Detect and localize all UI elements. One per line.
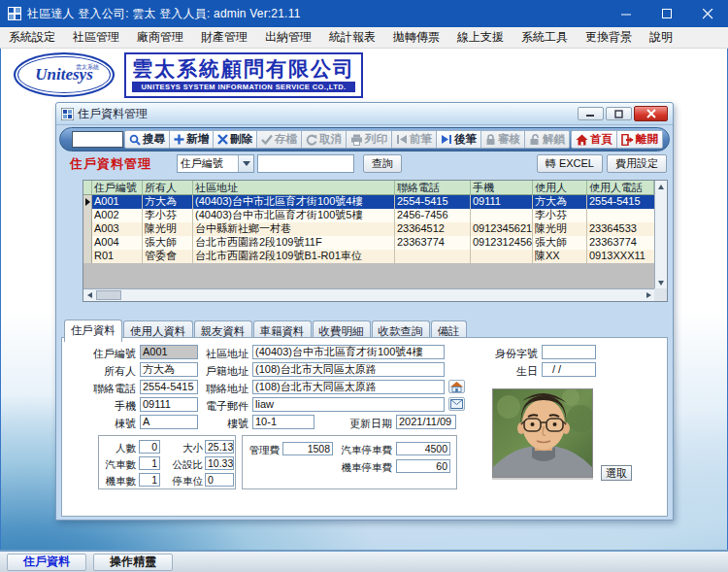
scroll-left-icon[interactable]	[83, 289, 95, 301]
building-label: 棟號	[62, 417, 136, 431]
menu-item-statistics-reports[interactable]: 統計報表	[320, 26, 384, 49]
table-row[interactable]: R01 管委會 台北市西園路2段109號B1-R01車位 陳XX 0913XXX…	[83, 250, 654, 263]
household-table-body: 住戶編號 所有人 社區地址 聯絡電話 手機 使用人 使用人電話 A001 方大為	[83, 181, 654, 288]
horizontal-scroll-thumb[interactable]	[96, 290, 121, 300]
updated-date-field[interactable]: 2021/11/09	[396, 415, 456, 429]
menu-item-community-mgmt[interactable]: 社區管理	[64, 26, 128, 49]
save-button: 存檔	[257, 130, 302, 149]
col-header-mobile[interactable]: 手機	[471, 181, 533, 195]
contact-address-field[interactable]: (108)台北市大同區太原路	[252, 380, 445, 394]
row-selector-cell[interactable]	[83, 250, 92, 263]
col-header-unit-code[interactable]: 住戶編號	[92, 181, 143, 195]
menu-item-change-background[interactable]: 更換背景	[577, 26, 641, 49]
row-selector-cell[interactable]	[83, 209, 92, 222]
subwindow-minimize-button[interactable]	[578, 107, 604, 120]
table-row[interactable]: A004 張大師 台北市西園路2段109號11F 23363774 091231…	[83, 236, 654, 250]
birthday-label: 生日	[450, 364, 538, 379]
menu-item-online-support[interactable]: 線上支援	[448, 26, 513, 49]
row-selector-cell[interactable]	[83, 222, 92, 236]
moto-parking-fee-field[interactable]: 60	[396, 459, 450, 473]
email-label: 電子郵件	[177, 399, 248, 414]
subwindow-close-button[interactable]	[634, 106, 668, 121]
minimize-button[interactable]	[606, 0, 646, 27]
copy-address-button[interactable]	[448, 380, 465, 393]
menu-item-help[interactable]: 說明	[641, 26, 681, 49]
car-count-field[interactable]: 1	[139, 456, 160, 470]
search-button[interactable]: 搜尋	[124, 130, 170, 149]
close-button[interactable]	[687, 0, 728, 27]
company-name-box: 雲太系統顧問有限公司 UNITESYS SYSTEM INFORMATION S…	[124, 52, 363, 98]
printer-icon	[350, 134, 363, 146]
table-header-row: 住戶編號 所有人 社區地址 聯絡電話 手機 使用人 使用人電話	[83, 181, 654, 195]
floor-field[interactable]: 10-1	[252, 415, 314, 429]
subwindow-restore-button[interactable]	[606, 107, 632, 120]
taskbar-item-operation-wizard[interactable]: 操作精靈	[93, 554, 173, 571]
id-number-field[interactable]	[542, 345, 596, 359]
moto-count-field[interactable]: 1	[139, 473, 160, 487]
updated-date-label: 更新日期	[334, 417, 392, 431]
owner-label: 所有人	[62, 364, 136, 379]
scrollbar-corner	[654, 288, 667, 301]
col-header-phone[interactable]: 聯絡電話	[395, 181, 471, 195]
export-excel-button[interactable]: 轉 EXCEL	[537, 154, 603, 173]
col-header-owner[interactable]: 所有人	[143, 181, 193, 195]
col-header-user[interactable]: 使用人	[533, 181, 587, 195]
scroll-up-icon[interactable]	[655, 181, 667, 192]
delete-button[interactable]: 刪除	[214, 130, 257, 149]
taskbar-item-household-data[interactable]: 住戶資料	[7, 554, 86, 571]
maximize-button[interactable]	[646, 0, 687, 27]
combobox-dropdown-button[interactable]	[238, 155, 253, 172]
audit-button: 審核	[481, 130, 525, 149]
scroll-down-icon[interactable]	[655, 277, 667, 288]
table-row[interactable]: A001 方大為 (40403)台中市北區育才街100號4樓 2554-5415…	[83, 195, 654, 209]
fee-settings-button[interactable]: 費用設定	[607, 154, 667, 173]
table-vertical-scrollbar[interactable]	[654, 181, 667, 288]
subwindow-controls	[578, 106, 668, 121]
menu-item-voucher-transfer[interactable]: 拋轉傳票	[384, 26, 448, 49]
row-selector-header	[83, 181, 92, 195]
table-row[interactable]: A003 陳光明 台中縣新社鄉一村巷 23364512 0912345621 陳…	[83, 222, 654, 236]
mgmt-fee-field[interactable]: 1508	[282, 442, 333, 455]
subwindow-titlebar[interactable]: 住戶資料管理	[56, 103, 673, 125]
birthday-field[interactable]: / /	[542, 362, 596, 377]
filter-value-input[interactable]	[257, 154, 354, 173]
menu-item-cashier-mgmt[interactable]: 出納管理	[256, 26, 320, 49]
col-header-user-phone[interactable]: 使用人電話	[587, 181, 654, 195]
photo-select-button[interactable]: 選取	[601, 465, 632, 481]
size-field[interactable]: 25.13	[205, 440, 234, 454]
send-email-button[interactable]	[448, 397, 465, 411]
parking-field[interactable]: 0	[205, 473, 234, 487]
people-count-field[interactable]: 0	[139, 440, 160, 454]
size-label: 大小	[162, 442, 203, 455]
add-button[interactable]: 新增	[170, 130, 214, 149]
col-header-community-address[interactable]: 社區地址	[193, 181, 395, 195]
public-ratio-field[interactable]: 10.33	[205, 456, 234, 470]
combobox-value: 住戶編號	[178, 155, 238, 172]
menu-item-property-mgmt[interactable]: 財產管理	[192, 26, 256, 49]
subwindow-icon	[61, 108, 74, 120]
row-selector-cell[interactable]	[83, 236, 92, 250]
car-parking-fee-field[interactable]: 4500	[396, 442, 450, 455]
toolbar-search-input[interactable]	[72, 131, 123, 148]
email-field[interactable]: liaw	[252, 397, 445, 412]
table-empty-area	[83, 263, 654, 288]
home-button[interactable]: 首頁	[571, 130, 617, 149]
scroll-right-icon[interactable]	[643, 289, 654, 301]
row-selector-cell[interactable]	[83, 195, 92, 209]
menu-item-system-tools[interactable]: 系統工具	[513, 26, 577, 49]
table-horizontal-scrollbar[interactable]	[83, 288, 654, 301]
menu-item-system-settings[interactable]: 系統設定	[0, 26, 64, 49]
company-logo: Unitesys 雲太系統 雲太系統顧問有限公司 UNITESYS SYSTEM…	[14, 52, 363, 98]
table-row[interactable]: A002 李小芬 (40403)台中市北區育才街100號5樓 2456-7456…	[83, 209, 654, 222]
exit-button[interactable]: 離開	[617, 130, 663, 149]
menu-item-vendor-mgmt[interactable]: 廠商管理	[128, 26, 192, 49]
query-button[interactable]: 查詢	[363, 154, 402, 173]
portrait-image	[493, 389, 593, 478]
contact-address-label: 聯絡地址	[177, 382, 248, 396]
community-address-field[interactable]: (40403)台中市北區育才街100號4樓	[252, 345, 445, 359]
tab-household-data[interactable]: 住戶資料	[64, 320, 122, 342]
search-field-combobox[interactable]: 住戶編號	[177, 154, 254, 173]
delete-x-icon	[217, 134, 228, 145]
next-record-button[interactable]: 後筆	[437, 130, 481, 149]
registered-address-field[interactable]: (108)台北市大同區太原路	[252, 362, 445, 377]
